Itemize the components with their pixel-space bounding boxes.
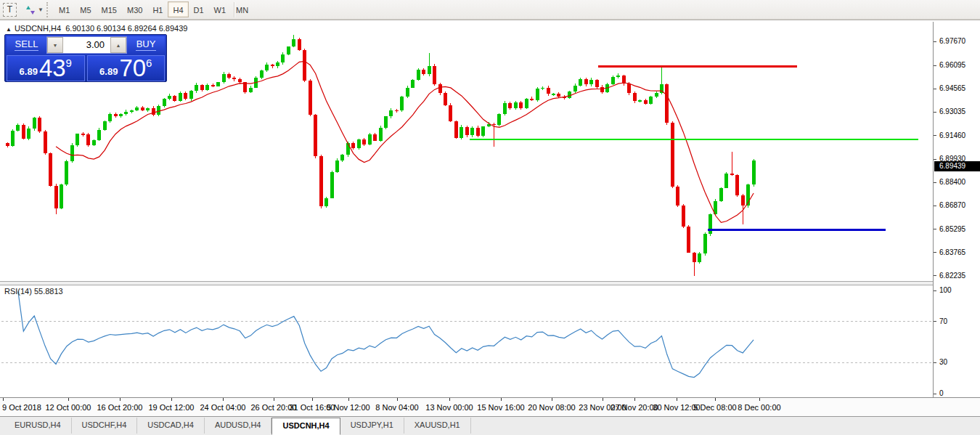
timeframe-button-m30[interactable]: M30: [122, 1, 147, 17]
price-axis-tick: [934, 229, 936, 229]
rsi-axis-label: 0: [939, 389, 944, 397]
price-axis-tick: [934, 41, 936, 42]
date-tick: [274, 398, 274, 401]
timeframe-button-m15[interactable]: M15: [97, 1, 122, 17]
date-label: 16 Oct 20:00: [92, 403, 147, 412]
date-tick: [223, 398, 224, 401]
chart-frame: ▲USDCNH,H4 6.90130 6.90134 6.89264 6.894…: [0, 20, 980, 416]
date-tick: [449, 398, 450, 401]
price-axis[interactable]: 6.89439 6.976706.960956.945656.930356.91…: [933, 22, 980, 397]
buy-price-box[interactable]: 6.89706: [87, 55, 166, 81]
one-click-trading-panel: SELL ▼ 3.00 ▲ BUY 6.89439 6.89706: [4, 34, 167, 82]
price-axis-label: 6.97670: [939, 37, 965, 45]
price-axis-tick: [934, 135, 936, 136]
rsi-axis-tick: [934, 362, 936, 363]
date-tick: [348, 398, 349, 401]
rsi-axis-label: 30: [939, 358, 947, 366]
timeframe-button-h1[interactable]: H1: [147, 1, 168, 17]
toolbar: T ▼ M1M5M15M30H1H4D1W1MN: [0, 0, 980, 20]
timeframe-button-m1[interactable]: M1: [54, 1, 75, 17]
sell-price-big: 43: [39, 57, 66, 79]
date-label: 9 Oct 2018: [2, 403, 41, 412]
sell-button[interactable]: SELL: [7, 36, 46, 54]
collapse-triangle-icon[interactable]: ▲: [6, 26, 12, 33]
price-axis-tick: [934, 275, 936, 276]
price-axis-tick: [934, 206, 936, 206]
chart-tab-eurusd[interactable]: EURUSD,H4: [4, 418, 72, 434]
price-axis-tick: [934, 252, 936, 253]
volume-stepper: ▼ 3.00 ▲: [46, 36, 127, 54]
date-tick: [312, 398, 313, 401]
timeframe-button-w1[interactable]: W1: [209, 1, 232, 17]
chart-tab-usdcad[interactable]: USDCAD,H4: [137, 418, 205, 434]
price-axis-tick: [934, 182, 936, 183]
price-chart-pane[interactable]: ▲USDCNH,H4 6.90130 6.90134 6.89264 6.894…: [1, 22, 933, 281]
timeframe-button-d1[interactable]: D1: [189, 1, 209, 17]
toolbar-separator: [234, 2, 234, 17]
price-axis-tick: [934, 112, 936, 113]
rsi-axis-label: 100: [939, 286, 952, 294]
date-label: 5 Nov 12:00: [321, 403, 376, 412]
timeframe-button-h4[interactable]: H4: [168, 1, 188, 17]
sell-price-sup: 9: [66, 57, 72, 68]
rsi-axis-tick: [934, 290, 936, 291]
date-tick: [120, 398, 121, 401]
price-axis-label: 6.86870: [939, 201, 965, 209]
date-axis[interactable]: 9 Oct 201812 Oct 00:0016 Oct 20:0019 Oct…: [0, 397, 980, 417]
chart-tab-xauusd[interactable]: XAUUSD,H1: [404, 418, 471, 434]
price-axis-label: 6.96095: [939, 61, 965, 69]
price-axis-label: 6.93035: [939, 107, 965, 115]
price-axis-label: 6.83765: [939, 248, 965, 256]
volume-increase-button[interactable]: ▲: [110, 37, 126, 53]
current-price-tag: 6.89439: [934, 161, 980, 171]
buy-price-prefix: 6.89: [99, 65, 118, 79]
rsi-chart[interactable]: [1, 285, 933, 397]
date-tick: [677, 398, 677, 401]
buy-price-big: 70: [119, 57, 146, 79]
chart-tab-usdjpy[interactable]: USDJPY,H1: [340, 418, 404, 434]
chart-tab-audusd[interactable]: AUDUSD,H4: [205, 418, 272, 434]
chart-title: ▲USDCNH,H4 6.90130 6.90134 6.89264 6.894…: [6, 24, 187, 33]
price-axis-tick: [934, 159, 936, 160]
date-tick: [603, 398, 603, 401]
date-tick: [501, 398, 502, 401]
date-tick: [397, 398, 398, 401]
date-label: 8 Nov 04:00: [369, 403, 425, 412]
timeframe-button-m5[interactable]: M5: [75, 1, 96, 17]
symbol-ohlc-text: USDCNH,H4 6.90130 6.90134 6.89264 6.8943…: [15, 24, 188, 33]
date-tick: [759, 398, 760, 401]
price-axis-label: 6.94565: [939, 84, 965, 92]
rsi-axis-label: 70: [939, 317, 947, 325]
chart-shift-icon[interactable]: ▼: [23, 3, 48, 17]
price-axis-label: 6.82235: [939, 272, 965, 280]
date-label: 8 Dec 00:00: [732, 403, 787, 412]
sell-price-prefix: 6.89: [20, 65, 38, 79]
price-axis-label: 6.85295: [939, 225, 965, 233]
rsi-axis-tick: [934, 321, 936, 322]
price-axis-tick: [934, 65, 936, 66]
date-tick: [68, 398, 69, 401]
volume-value[interactable]: 3.00: [63, 37, 110, 53]
volume-decrease-button[interactable]: ▼: [47, 37, 63, 53]
date-label: 19 Oct 12:00: [144, 403, 199, 412]
date-label: 12 Oct 00:00: [41, 403, 96, 412]
buy-button[interactable]: BUY: [127, 36, 165, 54]
toolbar-grip[interactable]: [46, 2, 49, 17]
rsi-indicator-label: RSI(14) 55.8813: [4, 287, 63, 296]
sell-price-box[interactable]: 6.89439: [7, 55, 85, 81]
buy-price-sup: 6: [146, 57, 152, 68]
rsi-pane[interactable]: RSI(14) 55.8813: [1, 285, 933, 397]
chart-tab-usdchf[interactable]: USDCHF,H4: [72, 418, 138, 434]
chart-tab-bar: EURUSD,H4USDCHF,H4USDCAD,H4AUDUSD,H4USDC…: [0, 416, 980, 435]
chart-tab-usdcnh[interactable]: USDCNH,H4: [271, 418, 340, 435]
text-tool-icon[interactable]: T: [3, 3, 17, 17]
date-label: 20 Nov 08:00: [524, 403, 579, 412]
date-tick: [715, 398, 716, 401]
date-tick: [634, 398, 635, 401]
mt4-window: T ▼ M1M5M15M30H1H4D1W1MN ▲USDCNH,H4 6.90…: [0, 0, 980, 435]
date-tick: [171, 398, 172, 401]
timeframe-buttons: M1M5M15M30H1H4D1W1MN: [54, 1, 253, 17]
rsi-axis-tick: [934, 394, 936, 394]
double-arrow-icon: [25, 5, 36, 15]
price-axis-tick: [934, 89, 936, 89]
